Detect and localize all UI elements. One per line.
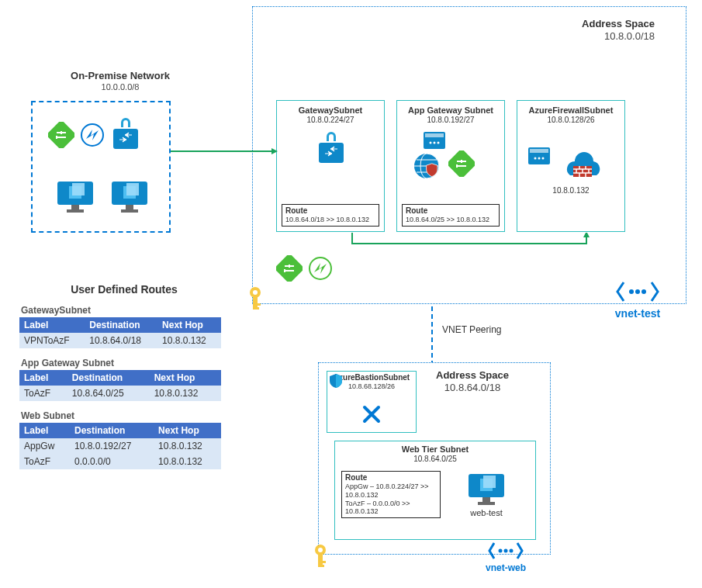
vnet-test-name: vnet-test (607, 307, 669, 320)
onprem-header: On-Premise Network 10.0.0.0/8 (54, 70, 186, 92)
gateway-route-box: Route 10.8.64.0/18 >> 10.8.0.132 (282, 204, 379, 227)
udr-section: User Defined Routes GatewaySubnetLabelDe… (19, 283, 229, 469)
svg-rect-50 (482, 497, 490, 502)
route-table-header: Label (19, 370, 67, 386)
web-route-title: Route (345, 473, 437, 483)
monitor-icon (110, 180, 149, 216)
web-subnet-header: Web Tier Subnet 10.8.64.0/25 (335, 441, 535, 464)
web-route-line2: ToAzF – 0.0.0.0/0 >> 10.8.0.132 (345, 500, 437, 517)
table-row: ToAzF10.8.64.0/2510.8.0.132 (19, 386, 221, 401)
svg-point-16 (430, 142, 432, 144)
key-icon (245, 285, 265, 313)
web-vm: web-test (467, 472, 506, 517)
gateway-route-text: 10.8.64.0/18 >> 10.8.0.132 (285, 216, 375, 224)
vnet-web-name: vnet-web (475, 562, 537, 573)
udr-heading: User Defined Routes (19, 283, 229, 296)
arrow-onprem-to-gateway (171, 147, 279, 155)
svg-marker-63 (271, 148, 278, 154)
svg-point-60 (504, 549, 508, 553)
appgw-subnet-header: App Gateway Subnet 10.8.0.192/27 (397, 101, 504, 125)
addrspace-title: Address Space (410, 369, 534, 382)
route-table-header: Next Hop (150, 370, 221, 386)
route-table-cell: ToAzF (19, 454, 70, 469)
table-row: VPNToAzF10.8.64.0/1810.8.0.132 (19, 333, 221, 348)
svg-rect-9 (126, 205, 133, 209)
svg-point-25 (542, 157, 545, 160)
gateway-subnet-header: GatewaySubnet 10.8.0.224/27 (277, 101, 384, 125)
svg-rect-5 (67, 209, 84, 213)
switch-green-icon (448, 150, 475, 177)
svg-rect-58 (318, 565, 324, 567)
svg-point-55 (318, 548, 323, 552)
route-table-header: Next Hop (154, 423, 221, 438)
gateway-subnet-cidr: 10.8.0.224/27 (277, 116, 384, 125)
svg-point-61 (510, 549, 514, 553)
onprem-cidr: 10.0.0.0/8 (54, 82, 186, 92)
shield-icon (329, 373, 343, 389)
vnet-test-box: Address Space 10.8.0.0/18 GatewaySubnet … (252, 6, 686, 304)
globe-shield-icon (413, 150, 445, 183)
gateway-subnet-title: GatewaySubnet (277, 105, 384, 116)
svg-point-23 (534, 157, 537, 160)
svg-point-45 (641, 289, 646, 294)
svg-point-44 (635, 289, 640, 294)
svg-marker-64 (583, 233, 590, 237)
route-table-header: Label (19, 317, 85, 333)
bastion-subnet-box: AzureBastionSubnet 10.8.68.128/26 (327, 371, 417, 433)
svg-point-59 (499, 549, 503, 553)
web-vm-label: web-test (467, 508, 506, 517)
route-table-header: Next Hop (157, 317, 221, 333)
route-table-cell: 10.8.0.132 (154, 454, 221, 469)
svg-rect-42 (253, 307, 259, 310)
addrspace-title: Address Space (500, 18, 655, 30)
firewall-subnet-title: AzureFirewallSubnet (517, 105, 624, 116)
vnet-test-glyph: vnet-test (607, 276, 669, 320)
vnet-web-box: Address Space 10.8.64.0/18 AzureBastionS… (318, 362, 551, 555)
svg-point-39 (253, 290, 258, 295)
route-table-cell: VPNToAzF (19, 333, 85, 348)
web-route-box: Route AppGw – 10.8.0.224/27 >> 10.8.0.13… (341, 471, 441, 518)
route-table-header: Label (19, 423, 70, 438)
svg-rect-10 (121, 209, 138, 213)
appgw-subnet-title: App Gateway Subnet (397, 105, 504, 116)
svg-rect-51 (478, 502, 495, 505)
switch-green-icon (276, 255, 303, 282)
route-table-cell: ToAzF (19, 386, 67, 401)
route-table-cell: 10.8.0.192/27 (70, 438, 154, 454)
route-table-cell: 10.8.64.0/25 (67, 386, 150, 401)
route-table: App Gateway SubnetLabelDestinationNext H… (19, 358, 221, 401)
key-icon (310, 543, 330, 571)
svg-point-18 (437, 142, 440, 144)
route-table-cell: 10.8.0.132 (154, 438, 221, 454)
route-table: GatewaySubnetLabelDestinationNext HopVPN… (19, 305, 221, 348)
onprem-title: On-Premise Network (54, 70, 186, 82)
browser-bar-icon (528, 147, 550, 164)
bastion-icon (360, 403, 386, 429)
firewall-subnet-header: AzureFirewallSubnet 10.8.0.128/26 (517, 101, 624, 125)
firewall-subnet-box: AzureFirewallSubnet 10.8.0.128/26 (517, 100, 625, 232)
expressroute-icon (79, 122, 105, 148)
gateway-route-title: Route (285, 206, 375, 216)
svg-rect-15 (425, 133, 444, 137)
svg-rect-0 (48, 122, 74, 148)
svg-rect-12 (126, 183, 139, 195)
route-table-caption: Web Subnet (19, 410, 221, 423)
svg-rect-20 (448, 150, 475, 177)
route-table-cell: 0.0.0.0/0 (70, 454, 154, 469)
firewall-subnet-cidr: 10.8.0.128/26 (517, 116, 624, 125)
svg-rect-53 (483, 476, 496, 488)
route-table-header: Destination (67, 370, 150, 386)
svg-point-24 (538, 157, 541, 160)
web-subnet-title: Web Tier Subnet (335, 444, 535, 455)
firewall-ip: 10.8.0.132 (517, 186, 624, 195)
svg-rect-22 (530, 149, 548, 153)
addrspace-cidr: 10.8.0.0/18 (500, 30, 655, 43)
vpn-gateway-icon (110, 118, 141, 152)
route-table-cell: 10.8.0.132 (157, 333, 221, 348)
switch-green-icon (48, 122, 74, 148)
svg-rect-4 (71, 205, 79, 209)
route-table-cell: 10.8.0.132 (150, 386, 221, 401)
route-table-cell: AppGw (19, 438, 70, 454)
vnet-peering-label: VNET Peering (442, 324, 501, 335)
addrspace-cidr: 10.8.64.0/18 (410, 382, 534, 394)
